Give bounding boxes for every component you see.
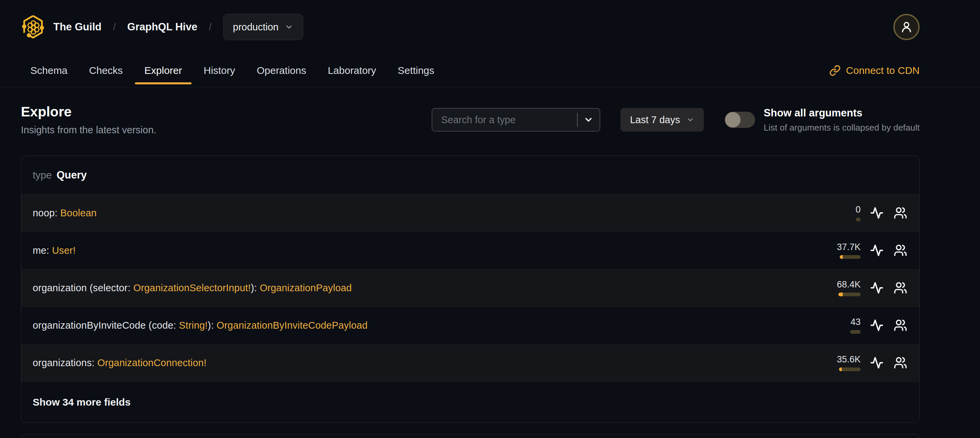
- type-keyword: type: [33, 169, 52, 181]
- field-usage-bar: [838, 293, 861, 296]
- activity-pulse-icon[interactable]: [869, 355, 884, 370]
- hive-honeycomb-logo[interactable]: [21, 13, 46, 40]
- type-search-input[interactable]: [432, 115, 577, 126]
- chevron-down-icon: [686, 116, 694, 124]
- tabs: SchemaChecksExplorerHistoryOperationsLab…: [21, 54, 444, 87]
- field-usage-bar-fill: [838, 293, 843, 296]
- field-usage-count: 37.7K: [837, 242, 861, 252]
- field-stats: 43: [817, 317, 908, 334]
- field-usage-bar-fill: [839, 368, 842, 371]
- field-type-link[interactable]: Boolean: [60, 207, 97, 218]
- show-more-fields-button[interactable]: Show 34 more fields: [21, 382, 919, 422]
- field-usage-count: 0: [856, 204, 861, 215]
- activity-pulse-icon[interactable]: [869, 205, 884, 220]
- tab-schema[interactable]: Schema: [21, 54, 77, 87]
- field-stats: 35.6K: [817, 354, 908, 371]
- field-signature: organizations: OrganizationConnection!: [33, 357, 207, 368]
- field-signature: organization (selector: OrganizationSele…: [33, 282, 352, 293]
- field-usage-stat: 0: [817, 204, 861, 221]
- field-name-text: ):: [251, 282, 260, 293]
- field-usage-stat: 68.4K: [817, 279, 861, 296]
- field-type-link[interactable]: OrganizationPayload: [260, 282, 352, 293]
- chevron-down-icon: [584, 115, 593, 125]
- explorer-page: Explore Insights from the latest version…: [21, 102, 920, 438]
- field-usage-stat: 37.7K: [817, 242, 861, 259]
- field-type-link[interactable]: OrganizationConnection!: [97, 357, 207, 368]
- field-row: organizations: OrganizationConnection! 3…: [21, 344, 919, 382]
- activity-pulse-icon[interactable]: [869, 280, 884, 295]
- link-icon: [829, 65, 841, 76]
- field-usage-bar: [856, 218, 861, 221]
- breadcrumb: The Guild / GraphQL Hive / production: [53, 14, 303, 40]
- tab-operations[interactable]: Operations: [247, 54, 316, 87]
- type-card-query: type Query noop: Boolean 0: [21, 156, 920, 423]
- period-selector-button[interactable]: Last 7 days: [620, 108, 703, 132]
- field-usage-count: 68.4K: [837, 279, 861, 290]
- field-stats: 0: [817, 204, 908, 221]
- user-menu-button[interactable]: [893, 14, 920, 40]
- show-all-arguments-toggle[interactable]: [725, 112, 755, 128]
- tab-checks[interactable]: Checks: [80, 54, 132, 87]
- breadcrumb-project[interactable]: GraphQL Hive: [127, 21, 197, 33]
- breadcrumb-separator: /: [209, 21, 212, 33]
- tab-history[interactable]: History: [194, 54, 245, 87]
- field-row: organization (selector: OrganizationSele…: [21, 269, 919, 307]
- field-signature: noop: Boolean: [33, 207, 97, 219]
- target-selector-button[interactable]: production: [223, 14, 303, 40]
- field-name-text: ):: [208, 320, 216, 331]
- next-type-card-partial: [21, 434, 920, 438]
- nav-tabs-bar: SchemaChecksExplorerHistoryOperationsLab…: [0, 54, 980, 88]
- field-rows: noop: Boolean 0: [21, 194, 919, 382]
- field-usage-count: 35.6K: [837, 354, 861, 365]
- field-usage-stat: 35.6K: [817, 354, 861, 371]
- field-type-link[interactable]: OrganizationByInviteCodePayload: [216, 320, 368, 331]
- field-usage-count: 43: [851, 317, 861, 327]
- field-usage-bar: [850, 330, 861, 334]
- target-selector-label: production: [233, 22, 278, 33]
- field-stats: 68.4K: [817, 279, 908, 296]
- app-header: The Guild / GraphQL Hive / production Sc…: [0, 0, 980, 88]
- tab-settings[interactable]: Settings: [388, 54, 444, 87]
- explorer-controls: Last 7 days Show all arguments List of a…: [432, 107, 920, 133]
- field-usage-bar: [839, 368, 861, 371]
- connect-to-cdn-label: Connect to CDN: [846, 65, 920, 76]
- activity-pulse-icon[interactable]: [869, 243, 884, 258]
- page-title-block: Explore Insights from the latest version…: [21, 104, 156, 135]
- type-search-combobox: [432, 108, 600, 132]
- toggle-title: Show all arguments: [764, 107, 920, 119]
- toggle-thumb: [725, 112, 741, 127]
- users-icon[interactable]: [893, 280, 908, 295]
- tab-laboratory[interactable]: Laboratory: [318, 54, 385, 87]
- toggle-labels: Show all arguments List of arguments is …: [764, 107, 920, 133]
- users-icon[interactable]: [893, 355, 908, 370]
- field-type-link[interactable]: String!: [179, 320, 208, 331]
- users-icon[interactable]: [893, 243, 908, 258]
- field-name-text: me:: [33, 245, 52, 256]
- tab-explorer[interactable]: Explorer: [135, 54, 191, 87]
- field-row: me: User! 37.7K: [21, 232, 919, 269]
- field-name-text: organizationByInviteCode (code:: [33, 320, 179, 331]
- users-icon[interactable]: [893, 205, 908, 220]
- field-type-link[interactable]: User!: [52, 245, 76, 256]
- field-row: organizationByInviteCode (code: String!)…: [21, 307, 919, 344]
- users-icon[interactable]: [893, 318, 908, 333]
- field-name-text: noop:: [33, 207, 60, 218]
- field-stats: 37.7K: [817, 242, 908, 259]
- page-subtitle: Insights from the latest version.: [21, 124, 156, 135]
- type-search-dropdown-button[interactable]: [578, 109, 600, 131]
- field-signature: me: User!: [33, 245, 76, 256]
- field-row: noop: Boolean 0: [21, 194, 919, 232]
- field-name-text: organizations:: [33, 357, 97, 368]
- chevron-down-icon: [285, 22, 293, 31]
- field-name-text: organization (selector:: [33, 282, 133, 293]
- field-signature: organizationByInviteCode (code: String!)…: [33, 320, 368, 331]
- toggle-description: List of arguments is collapsed by defaul…: [764, 123, 920, 133]
- type-name[interactable]: Query: [57, 169, 87, 181]
- activity-pulse-icon[interactable]: [869, 318, 884, 333]
- field-usage-bar-fill: [840, 255, 843, 259]
- connect-to-cdn-button[interactable]: Connect to CDN: [829, 65, 920, 76]
- breadcrumb-org[interactable]: The Guild: [53, 21, 102, 33]
- user-icon: [900, 20, 913, 34]
- page-title: Explore: [21, 104, 156, 120]
- field-type-link[interactable]: OrganizationSelectorInput!: [133, 282, 251, 293]
